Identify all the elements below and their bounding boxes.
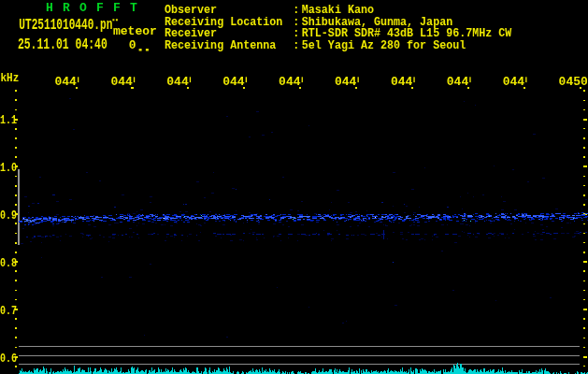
svg-text:HROFFT: HROFFT <box>46 1 147 15</box>
svg-text:0.7: 0.7 <box>0 305 17 317</box>
svg-text:044: 044 <box>335 75 357 89</box>
svg-text:044: 044 <box>222 75 245 89</box>
svg-text:044: 044 <box>447 75 469 89</box>
svg-text:25.11.01 04:40: 25.11.01 04:40 <box>18 36 108 52</box>
svg-text:044: 044 <box>503 75 525 89</box>
svg-text:044: 044 <box>391 75 413 89</box>
svg-text:5el Yagi Az 280 for Seoul: 5el Yagi Az 280 for Seoul <box>302 38 466 52</box>
svg-text:meteor: meteor <box>113 24 157 38</box>
svg-text:044: 044 <box>166 75 189 89</box>
svg-text:0.6: 0.6 <box>0 352 17 365</box>
svg-text:UT2511010440.pn: UT2511010440.pn <box>19 18 112 34</box>
svg-text:1.1: 1.1 <box>0 114 17 126</box>
svg-text:044: 044 <box>55 75 78 89</box>
svg-text:044: 044 <box>279 75 301 89</box>
svg-text:0: 0 <box>129 38 136 52</box>
svg-text:kHz: kHz <box>1 72 20 85</box>
svg-text:0.8: 0.8 <box>0 257 17 269</box>
svg-text:Receiving Antenna: Receiving Antenna <box>165 38 277 52</box>
svg-text:1.0: 1.0 <box>0 162 17 174</box>
svg-text:0450: 0450 <box>559 75 588 89</box>
svg-text::: : <box>293 38 299 52</box>
svg-text:044: 044 <box>110 75 133 89</box>
svg-text:0.9: 0.9 <box>0 209 17 222</box>
